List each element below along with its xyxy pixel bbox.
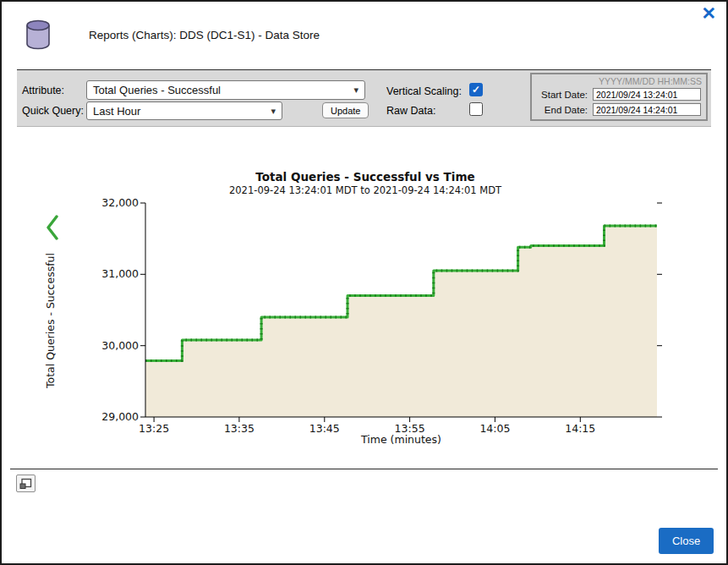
open-chart-new-window-button[interactable]: [16, 474, 36, 492]
chart-subtitle: 2021-09-24 13:24:01 MDT to 2021-09-24 14…: [50, 184, 681, 196]
date-format-hint: YYYY/MM/DD HH:MM:SS: [599, 76, 702, 86]
check-icon: ✓: [472, 85, 480, 95]
raw-data-label: Raw Data:: [386, 105, 435, 117]
close-button[interactable]: Close: [659, 528, 714, 554]
chevron-down-icon: ▾: [265, 106, 276, 117]
end-date-label: End Date:: [535, 105, 588, 115]
attribute-select[interactable]: Total Queries - Successful ▾: [86, 80, 365, 100]
start-date-label: Start Date:: [535, 90, 588, 100]
y-tick-label: 30,000: [79, 339, 139, 352]
y-axis-label: Total Queries - Successful: [44, 253, 57, 388]
end-date-input[interactable]: [593, 103, 701, 116]
date-range-box: YYYY/MM/DD HH:MM:SS Start Date: End Date…: [530, 73, 708, 121]
dialog-title: Reports (Charts): DDS (DC1-S1) - Data St…: [89, 29, 320, 41]
update-button[interactable]: Update: [322, 102, 369, 118]
chart-title: Total Queries - Successful vs Time: [50, 170, 681, 184]
quick-query-select[interactable]: Last Hour ▾: [86, 101, 282, 120]
chart-plot-area: 29,00030,00031,00032,00013:2513:3513:451…: [145, 203, 657, 417]
footer-divider: [10, 469, 718, 469]
collapse-chevron-icon[interactable]: [45, 215, 60, 240]
vertical-scaling-checkbox[interactable]: ✓: [469, 83, 483, 96]
vertical-scaling-label: Vertical Scaling:: [386, 85, 462, 97]
y-tick-label: 32,000: [79, 196, 139, 209]
close-icon[interactable]: ✕: [701, 3, 716, 24]
data-store-icon: [24, 19, 52, 51]
start-date-input[interactable]: [593, 88, 701, 101]
y-tick-label: 29,000: [79, 410, 139, 423]
control-bar: Attribute: Total Queries - Successful ▾ …: [17, 70, 711, 127]
raw-data-checkbox[interactable]: [469, 102, 483, 116]
chevron-down-icon: ▾: [348, 85, 359, 96]
quick-query-label: Quick Query:: [22, 105, 84, 117]
attribute-select-value: Total Queries - Successful: [93, 84, 221, 96]
attribute-label: Attribute:: [22, 85, 64, 96]
y-tick-label: 31,000: [79, 267, 139, 280]
quick-query-select-value: Last Hour: [93, 105, 140, 118]
x-axis-label: Time (minutes): [145, 433, 657, 446]
chart-plot: [145, 203, 657, 417]
new-window-icon: [19, 478, 32, 490]
reports-chart-dialog: ✕ Reports (Charts): DDS (DC1-S1) - Data …: [0, 0, 728, 565]
